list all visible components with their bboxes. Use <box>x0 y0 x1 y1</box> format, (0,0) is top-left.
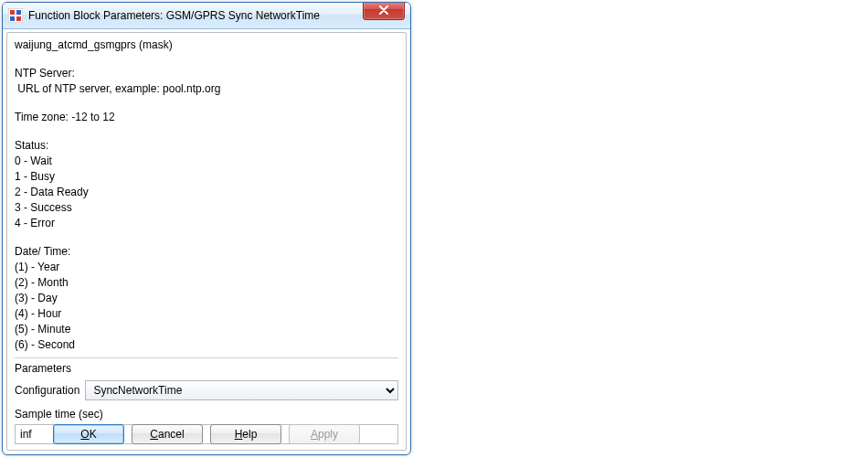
configuration-select[interactable]: SyncNetworkTime <box>85 380 398 400</box>
datetime-item: (2) - Month <box>15 276 398 290</box>
svg-rect-2 <box>16 10 21 15</box>
datetime-header: Date/ Time: <box>15 245 398 259</box>
close-button[interactable] <box>363 2 405 20</box>
dialog-window: Function Block Parameters: GSM/GPRS Sync… <box>2 2 411 455</box>
svg-rect-1 <box>10 10 15 15</box>
timezone-line: Time zone: -12 to 12 <box>15 111 398 124</box>
description-block: waijung_atcmd_gsmgprs (mask) NTP Server:… <box>15 38 398 352</box>
client-area: waijung_atcmd_gsmgprs (mask) NTP Server:… <box>3 28 410 454</box>
configuration-label: Configuration <box>15 384 79 397</box>
button-bar: OK Cancel Help Apply <box>7 424 406 444</box>
parameters-label: Parameters <box>15 362 398 375</box>
help-button[interactable]: Help <box>210 424 281 444</box>
titlebar: Function Block Parameters: GSM/GPRS Sync… <box>3 3 410 29</box>
cancel-button[interactable]: Cancel <box>132 424 203 444</box>
apply-button[interactable]: Apply <box>289 424 360 444</box>
svg-rect-3 <box>10 16 15 21</box>
datetime-item: (1) - Year <box>15 261 398 274</box>
svg-rect-4 <box>16 16 21 21</box>
close-icon <box>378 5 389 15</box>
ntp-line: URL of NTP server, example: pool.ntp.org <box>15 82 398 96</box>
sample-time-label: Sample time (sec) <box>15 408 398 421</box>
status-header: Status: <box>15 139 398 153</box>
window-title: Function Block Parameters: GSM/GPRS Sync… <box>28 9 320 22</box>
datetime-item: (3) - Day <box>15 292 398 305</box>
status-item: 1 - Busy <box>15 170 398 184</box>
datetime-item: (4) - Hour <box>15 307 398 321</box>
status-item: 2 - Data Ready <box>15 186 398 199</box>
status-item: 4 - Error <box>15 217 398 230</box>
divider <box>15 357 398 358</box>
status-item: 0 - Wait <box>15 154 398 168</box>
configuration-row: Configuration SyncNetworkTime <box>15 380 398 400</box>
datetime-item: (6) - Second <box>15 338 398 352</box>
mask-header: waijung_atcmd_gsmgprs (mask) <box>15 38 398 52</box>
content-frame: waijung_atcmd_gsmgprs (mask) NTP Server:… <box>6 32 407 451</box>
app-icon <box>8 8 23 23</box>
ok-button[interactable]: OK <box>53 424 124 444</box>
status-item: 3 - Success <box>15 201 398 215</box>
datetime-item: (5) - Minute <box>15 323 398 336</box>
ntp-header: NTP Server: <box>15 67 398 80</box>
